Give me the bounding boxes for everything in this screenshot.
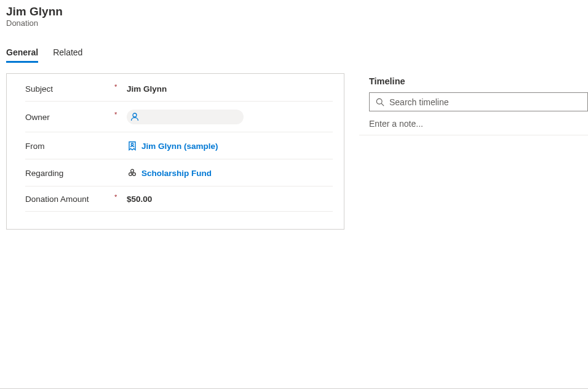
search-icon [376,98,384,106]
field-label-donation-amount: Donation Amount [25,194,114,204]
entity-icon [127,167,138,178]
owner-lookup-pill[interactable] [127,110,244,124]
field-label-from: From [25,142,114,151]
field-value-regarding[interactable]: Scholarship Fund [127,167,212,178]
record-header: Jim Glynn Donation [0,0,588,30]
timeline-search-input[interactable] [389,97,581,107]
field-row-donation-amount: Donation Amount * $50.00 [25,186,333,212]
person-icon [129,111,140,122]
tab-related[interactable]: Related [53,44,82,63]
field-row-regarding: Regarding Scholarship Fund [25,159,333,186]
field-row-from: From Jim Glynn (sample) [25,132,333,159]
svg-point-5 [376,98,382,104]
field-label-regarding: Regarding [25,169,114,178]
timeline-note-prompt[interactable]: Enter a note... [359,111,588,135]
required-indicator: * [114,193,127,201]
svg-point-3 [129,173,132,176]
record-entity-type: Donation [6,18,582,28]
regarding-link-text: Scholarship Fund [141,169,212,178]
field-label-owner: Owner [25,113,114,122]
field-value-subject[interactable]: Jim Glynn [127,84,167,94]
timeline-title: Timeline [359,74,588,92]
svg-point-4 [133,173,136,176]
tab-general[interactable]: General [6,44,38,63]
required-indicator: * [114,111,127,118]
field-label-subject: Subject [25,84,114,94]
svg-point-2 [131,169,134,172]
svg-line-6 [381,103,384,106]
svg-point-0 [133,113,137,117]
form-card: Subject * Jim Glynn Owner * From [6,73,344,230]
main-content: Subject * Jim Glynn Owner * From [0,63,588,230]
from-link-text: Jim Glynn (sample) [141,142,218,151]
record-title: Jim Glynn [6,5,582,18]
field-row-owner: Owner * [25,102,333,132]
timeline-panel: Timeline Enter a note... [359,73,588,230]
contact-icon [127,140,138,151]
tab-bar: General Related [0,44,588,63]
field-value-donation-amount[interactable]: $50.00 [127,194,152,204]
svg-point-1 [131,143,133,145]
required-indicator: * [114,83,127,90]
timeline-search[interactable] [369,92,588,111]
field-row-subject: Subject * Jim Glynn [25,76,333,102]
field-value-from[interactable]: Jim Glynn (sample) [127,140,218,151]
